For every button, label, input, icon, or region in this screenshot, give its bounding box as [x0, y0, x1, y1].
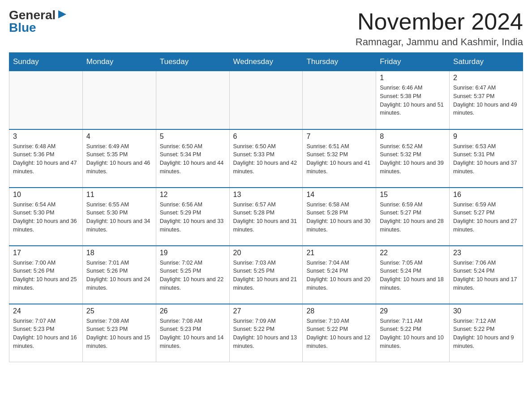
calendar-header-sunday: Sunday [9, 53, 83, 71]
day-info: Sunrise: 7:01 AMSunset: 5:26 PMDaylight:… [86, 259, 152, 292]
day-number: 23 [453, 249, 519, 257]
day-info: Sunrise: 6:51 AMSunset: 5:32 PMDaylight:… [306, 142, 372, 176]
day-info: Sunrise: 7:12 AMSunset: 5:22 PMDaylight:… [453, 317, 519, 351]
calendar-week-row: 1Sunrise: 6:46 AMSunset: 5:38 PMDaylight… [9, 71, 523, 129]
day-info: Sunrise: 6:46 AMSunset: 5:38 PMDaylight:… [380, 84, 446, 117]
calendar-cell: 28Sunrise: 7:10 AMSunset: 5:22 PMDayligh… [303, 304, 376, 362]
calendar-header-row: SundayMondayTuesdayWednesdayThursdayFrid… [9, 53, 523, 71]
day-number: 26 [160, 307, 226, 315]
calendar-cell: 23Sunrise: 7:06 AMSunset: 5:24 PMDayligh… [450, 246, 523, 304]
day-info: Sunrise: 7:03 AMSunset: 5:25 PMDaylight:… [233, 259, 299, 292]
day-info: Sunrise: 6:59 AMSunset: 5:27 PMDaylight:… [453, 201, 519, 234]
day-number: 18 [86, 249, 152, 257]
calendar-cell [303, 71, 376, 129]
calendar-header-thursday: Thursday [303, 53, 376, 71]
day-info: Sunrise: 6:52 AMSunset: 5:32 PMDaylight:… [380, 142, 446, 176]
day-info: Sunrise: 6:58 AMSunset: 5:28 PMDaylight:… [306, 201, 372, 234]
calendar-cell: 6Sunrise: 6:50 AMSunset: 5:33 PMDaylight… [229, 129, 303, 188]
calendar-cell: 29Sunrise: 7:11 AMSunset: 5:22 PMDayligh… [376, 304, 450, 362]
day-number: 30 [453, 307, 519, 315]
month-title: November 2024 [356, 9, 523, 34]
day-number: 11 [86, 191, 152, 199]
calendar-header-saturday: Saturday [450, 53, 523, 71]
day-number: 15 [380, 191, 446, 199]
calendar-cell: 7Sunrise: 6:51 AMSunset: 5:32 PMDaylight… [303, 129, 376, 188]
calendar-cell: 9Sunrise: 6:53 AMSunset: 5:31 PMDaylight… [450, 129, 523, 188]
calendar-cell: 27Sunrise: 7:09 AMSunset: 5:22 PMDayligh… [229, 304, 303, 362]
calendar-cell: 12Sunrise: 6:56 AMSunset: 5:29 PMDayligh… [156, 188, 229, 246]
day-number: 7 [306, 133, 372, 141]
day-info: Sunrise: 6:47 AMSunset: 5:37 PMDaylight:… [453, 84, 519, 117]
day-info: Sunrise: 6:48 AMSunset: 5:36 PMDaylight:… [13, 142, 79, 176]
day-number: 25 [86, 307, 152, 315]
calendar-cell: 5Sunrise: 6:50 AMSunset: 5:34 PMDaylight… [156, 129, 229, 188]
day-info: Sunrise: 6:56 AMSunset: 5:29 PMDaylight:… [160, 201, 226, 234]
svg-marker-0 [58, 10, 66, 18]
calendar-cell: 24Sunrise: 7:07 AMSunset: 5:23 PMDayligh… [9, 304, 83, 362]
day-info: Sunrise: 6:54 AMSunset: 5:30 PMDaylight:… [13, 201, 79, 234]
day-info: Sunrise: 7:08 AMSunset: 5:23 PMDaylight:… [86, 317, 152, 351]
calendar-cell: 3Sunrise: 6:48 AMSunset: 5:36 PMDaylight… [9, 129, 83, 188]
calendar-cell: 13Sunrise: 6:57 AMSunset: 5:28 PMDayligh… [229, 188, 303, 246]
calendar-table: SundayMondayTuesdayWednesdayThursdayFrid… [9, 52, 523, 362]
calendar-cell: 4Sunrise: 6:49 AMSunset: 5:35 PMDaylight… [82, 129, 156, 188]
day-number: 16 [453, 191, 519, 199]
day-info: Sunrise: 7:00 AMSunset: 5:26 PMDaylight:… [13, 259, 79, 292]
calendar-cell: 8Sunrise: 6:52 AMSunset: 5:32 PMDaylight… [376, 129, 450, 188]
header: General Blue November 2024 Ramnagar, Jam… [9, 9, 523, 48]
day-number: 28 [306, 307, 372, 315]
calendar-week-row: 24Sunrise: 7:07 AMSunset: 5:23 PMDayligh… [9, 304, 523, 362]
day-number: 22 [380, 249, 446, 257]
calendar-week-row: 3Sunrise: 6:48 AMSunset: 5:36 PMDaylight… [9, 129, 523, 188]
calendar-header-wednesday: Wednesday [229, 53, 303, 71]
day-info: Sunrise: 7:02 AMSunset: 5:25 PMDaylight:… [160, 259, 226, 292]
day-number: 13 [233, 191, 299, 199]
calendar-cell: 21Sunrise: 7:04 AMSunset: 5:24 PMDayligh… [303, 246, 376, 304]
calendar-header-tuesday: Tuesday [156, 53, 229, 71]
day-info: Sunrise: 7:11 AMSunset: 5:22 PMDaylight:… [380, 317, 446, 351]
calendar-cell: 30Sunrise: 7:12 AMSunset: 5:22 PMDayligh… [450, 304, 523, 362]
day-number: 9 [453, 133, 519, 141]
calendar-cell [156, 71, 229, 129]
day-info: Sunrise: 6:50 AMSunset: 5:33 PMDaylight:… [233, 142, 299, 176]
logo-general-text: General [9, 9, 56, 21]
day-number: 21 [306, 249, 372, 257]
calendar-cell: 25Sunrise: 7:08 AMSunset: 5:23 PMDayligh… [82, 304, 156, 362]
calendar-cell: 2Sunrise: 6:47 AMSunset: 5:37 PMDaylight… [450, 71, 523, 129]
calendar-cell: 19Sunrise: 7:02 AMSunset: 5:25 PMDayligh… [156, 246, 229, 304]
day-number: 24 [13, 307, 79, 315]
day-number: 10 [13, 191, 79, 199]
day-info: Sunrise: 7:09 AMSunset: 5:22 PMDaylight:… [233, 317, 299, 351]
day-number: 29 [380, 307, 446, 315]
day-number: 2 [453, 74, 519, 82]
calendar-cell: 11Sunrise: 6:55 AMSunset: 5:30 PMDayligh… [82, 188, 156, 246]
calendar-cell: 14Sunrise: 6:58 AMSunset: 5:28 PMDayligh… [303, 188, 376, 246]
day-number: 1 [380, 74, 446, 82]
calendar-cell: 26Sunrise: 7:08 AMSunset: 5:23 PMDayligh… [156, 304, 229, 362]
logo-triangle-icon [57, 9, 67, 19]
day-number: 8 [380, 133, 446, 141]
day-number: 6 [233, 133, 299, 141]
calendar-cell: 15Sunrise: 6:59 AMSunset: 5:27 PMDayligh… [376, 188, 450, 246]
calendar-header-monday: Monday [82, 53, 156, 71]
day-info: Sunrise: 7:07 AMSunset: 5:23 PMDaylight:… [13, 317, 79, 351]
day-number: 4 [86, 133, 152, 141]
day-info: Sunrise: 6:53 AMSunset: 5:31 PMDaylight:… [453, 142, 519, 176]
logo-blue-text: Blue [9, 21, 36, 34]
calendar-header-friday: Friday [376, 53, 450, 71]
day-info: Sunrise: 7:04 AMSunset: 5:24 PMDaylight:… [306, 259, 372, 292]
day-info: Sunrise: 7:08 AMSunset: 5:23 PMDaylight:… [160, 317, 226, 351]
title-area: November 2024 Ramnagar, Jammu and Kashmi… [356, 9, 523, 48]
calendar-cell: 20Sunrise: 7:03 AMSunset: 5:25 PMDayligh… [229, 246, 303, 304]
day-number: 3 [13, 133, 79, 141]
day-info: Sunrise: 6:55 AMSunset: 5:30 PMDaylight:… [86, 201, 152, 234]
calendar-week-row: 17Sunrise: 7:00 AMSunset: 5:26 PMDayligh… [9, 246, 523, 304]
day-info: Sunrise: 6:49 AMSunset: 5:35 PMDaylight:… [86, 142, 152, 176]
day-number: 19 [160, 249, 226, 257]
calendar-cell [229, 71, 303, 129]
location: Ramnagar, Jammu and Kashmir, India [356, 36, 523, 48]
calendar-cell [82, 71, 156, 129]
calendar-cell: 10Sunrise: 6:54 AMSunset: 5:30 PMDayligh… [9, 188, 83, 246]
calendar-cell: 22Sunrise: 7:05 AMSunset: 5:24 PMDayligh… [376, 246, 450, 304]
calendar-cell: 16Sunrise: 6:59 AMSunset: 5:27 PMDayligh… [450, 188, 523, 246]
